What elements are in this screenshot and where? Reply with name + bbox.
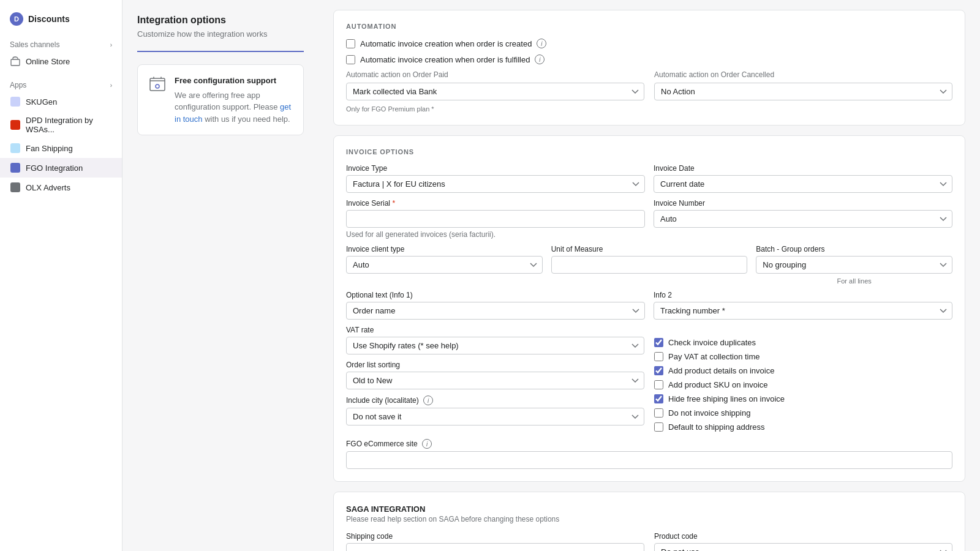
checkboxes-col: Check invoice duplicates Pay VAT at coll… [654, 326, 952, 432]
auto-create-on-created-info[interactable]: i [537, 39, 546, 48]
sidebar-item-dpd[interactable]: DPD Integration by WSAs... [0, 111, 122, 138]
invoice-type-select[interactable]: Factura | X for EU citizens Factura Prof… [346, 175, 645, 193]
add-product-details-item: Add product details on invoice [654, 366, 952, 375]
hide-free-shipping-label: Hide free shiping lines on invoice [668, 394, 785, 403]
invoice-date-group: Invoice Date Current date Order date [654, 164, 952, 193]
info-card-body: We are offering free app configuration s… [175, 91, 280, 112]
serial-note: Used for all generated invoices (seria f… [346, 230, 952, 239]
action-paid-label: Automatic action on Order Paid [346, 70, 644, 79]
dpd-label: DPD Integration by WSAs... [26, 116, 112, 134]
fgo-site-label-text: FGO eCommerce site [346, 440, 418, 448]
main-content: Integration options Customize how the in… [123, 0, 980, 551]
panel-subtitle: Customize how the integration works [137, 29, 304, 39]
add-sku-label: Add product SKU on invoice [668, 380, 768, 389]
sidebar-item-fgo[interactable]: FGO Integration [0, 158, 122, 178]
unit-measure-group: Unit of Measure buc. [551, 245, 748, 285]
batch-label: Batch - Group orders [756, 245, 952, 253]
product-code-label: Product code [654, 532, 952, 541]
auto-create-on-fulfilled-info[interactable]: i [535, 54, 545, 64]
info-card-title: Free configuration support [175, 75, 293, 87]
vat-rate-select[interactable]: Use Shopify rates (* see help) Fixed rat… [346, 337, 644, 354]
invoice-row-1: Invoice Type Factura | X for EU citizens… [346, 164, 952, 193]
check-duplicates-checkbox[interactable] [654, 338, 663, 347]
vat-rate-group: VAT rate Use Shopify rates (* see help) … [346, 326, 644, 354]
fan-icon [10, 143, 21, 154]
logo-icon: D [10, 12, 23, 26]
saga-title: SAGA INTEGRATION [346, 504, 952, 514]
invoice-number-label: Invoice Number [654, 199, 952, 208]
unit-measure-input[interactable]: buc. [551, 256, 748, 274]
do-not-invoice-label: Do not invoice shipping [668, 408, 750, 418]
sales-channels-label: Sales channels [10, 40, 59, 49]
pay-vat-label: Pay VAT at collection time [668, 352, 760, 361]
logo-text: Discounts [28, 14, 70, 24]
info-card-body2: with us if you need help. [203, 114, 290, 124]
action-cancelled-group: Automatic action on Order Cancelled No A… [654, 70, 952, 100]
client-type-group: Invoice client type Auto Individual Comp… [346, 245, 543, 285]
hide-free-shipping-item: Hide free shiping lines on invoice [654, 394, 952, 403]
invoice-date-label: Invoice Date [654, 164, 952, 173]
optional-text-label: Optional text (Info 1) [346, 291, 645, 299]
vat-col: VAT rate Use Shopify rates (* see help) … [346, 326, 644, 425]
auto-action-row: Automatic action on Order Paid Mark coll… [346, 70, 952, 100]
city-info-icon[interactable]: i [423, 395, 433, 405]
invoice-number-select[interactable]: Auto Manual [654, 210, 952, 228]
fan-label: Fan Shipping [26, 144, 73, 153]
product-code-select[interactable]: Do not use SKU Barcode [654, 543, 952, 551]
auto-create-on-created-checkbox[interactable] [346, 39, 355, 48]
action-paid-select[interactable]: Mark collected via Bank No Action Mark c… [346, 83, 644, 100]
sales-channels-chevron: › [110, 42, 112, 48]
shipping-code-input[interactable] [346, 543, 644, 551]
add-sku-checkbox[interactable] [654, 380, 663, 389]
auto-create-on-fulfilled-label: Automatic invoice creation when order is… [360, 55, 530, 64]
default-shipping-checkbox[interactable] [654, 422, 663, 432]
invoice-row-3: Invoice client type Auto Individual Comp… [346, 245, 952, 285]
add-sku-item: Add product SKU on invoice [654, 380, 952, 389]
fgo-label: FGO Integration [26, 163, 83, 173]
city-select[interactable]: Do not save it Save it [346, 408, 644, 425]
apps-section[interactable]: Apps › [0, 76, 122, 92]
invoice-type-label: Invoice Type [346, 164, 645, 173]
panel-divider [137, 51, 304, 52]
pay-vat-checkbox[interactable] [654, 352, 663, 361]
hide-free-shipping-checkbox[interactable] [654, 394, 663, 403]
check-duplicates-label: Check invoice duplicates [668, 338, 756, 347]
sidebar-item-olx[interactable]: OLX Adverts [0, 178, 122, 197]
unit-measure-label: Unit of Measure [551, 245, 748, 253]
pay-vat-item: Pay VAT at collection time [654, 352, 952, 361]
sidebar-item-fan[interactable]: Fan Shipping [0, 138, 122, 158]
action-cancelled-select[interactable]: No Action Cancel Invoice [654, 83, 952, 100]
shipping-code-label: Shipping code [346, 532, 644, 541]
invoice-serial-input[interactable]: TST [346, 210, 645, 228]
batch-group: Batch - Group orders No grouping Group b… [756, 245, 952, 285]
invoice-date-select[interactable]: Current date Order date [654, 175, 952, 193]
sorting-select[interactable]: Old to New New to Old [346, 372, 644, 389]
client-type-select[interactable]: Auto Individual Company [346, 256, 543, 274]
fgo-site-info-icon[interactable]: i [422, 439, 432, 449]
optional-text-select[interactable]: Order name Order note None [346, 302, 645, 320]
sidebar-item-skugen[interactable]: SKUGen [0, 92, 122, 111]
invoice-row-5: VAT rate Use Shopify rates (* see help) … [346, 326, 952, 432]
fgo-site-input[interactable]: https://wsa-gb.myshopify.com/ [346, 451, 952, 469]
info2-select[interactable]: Tracking number * None Order name [654, 302, 952, 320]
auto-create-on-fulfilled-checkbox[interactable] [346, 55, 355, 64]
fgo-icon [10, 162, 21, 173]
action-paid-group: Automatic action on Order Paid Mark coll… [346, 70, 644, 100]
premium-note: Only for FGO Premium plan * [346, 105, 952, 113]
left-panel: Integration options Customize how the in… [123, 0, 318, 551]
batch-note: For all lines [756, 277, 952, 285]
invoice-type-group: Invoice Type Factura | X for EU citizens… [346, 164, 645, 193]
add-product-details-checkbox[interactable] [654, 366, 663, 375]
vat-rate-label: VAT rate [346, 326, 644, 334]
do-not-invoice-checkbox[interactable] [654, 408, 663, 418]
sales-channels-section[interactable]: Sales channels › [0, 36, 122, 51]
invoice-serial-group: Invoice Serial * TST [346, 199, 645, 228]
saga-subtitle: Please read help section on SAGA before … [346, 515, 952, 523]
right-panel: AUTOMATION Automatic invoice creation wh… [318, 0, 980, 551]
batch-select[interactable]: No grouping Group by date Group by produ… [756, 256, 952, 274]
olx-icon [10, 182, 21, 193]
sidebar-logo[interactable]: D Discounts [0, 7, 122, 36]
info-card: Free configuration support We are offeri… [137, 64, 304, 135]
store-icon [10, 56, 21, 67]
sidebar-item-online-store[interactable]: Online Store [0, 51, 122, 71]
